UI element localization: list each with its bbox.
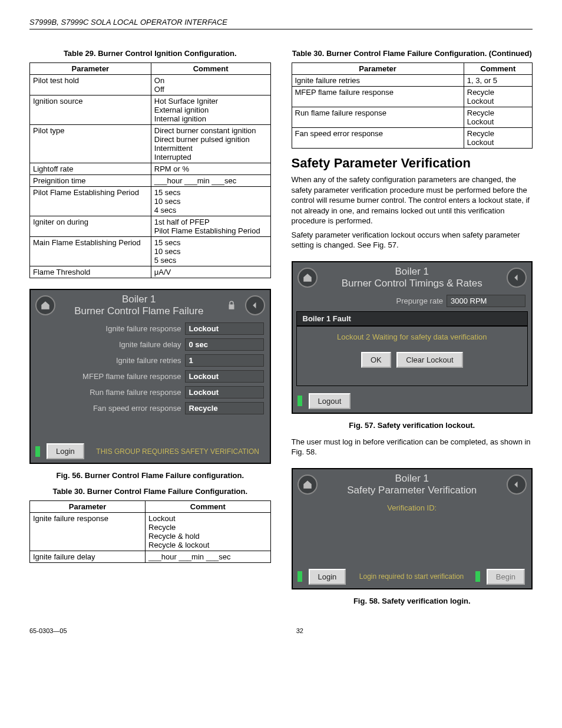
footer-left: 65-0303—05 — [29, 627, 67, 634]
spv-p2: Safety parameter verification lockout oc… — [292, 230, 533, 251]
table29-caption: Table 29. Burner Control Ignition Config… — [29, 49, 271, 58]
marker-icon — [35, 446, 40, 457]
page-header: S7999B, S7999C SOLA LOCAL OPERATOR INTER… — [29, 18, 533, 29]
fig56-caption: Fig. 56. Burner Control Flame Failure co… — [29, 471, 271, 480]
table30b-caption: Table 30. Burner Control Flame Failure C… — [292, 49, 533, 58]
param-label: Ignite failure retries — [37, 356, 185, 365]
fig58-caption: Fig. 58. Safety verification login. — [292, 597, 533, 605]
logout-button[interactable]: Logout — [309, 393, 351, 409]
login-req-msg: Login required to start verification — [352, 572, 470, 581]
table-cell: 15 secs10 secs4 secs — [151, 187, 270, 216]
clear-lockout-button[interactable]: Clear Lockout — [396, 352, 462, 368]
table30a: ParameterComment Ignite failure response… — [29, 500, 271, 563]
home-icon[interactable] — [297, 475, 318, 495]
login-button[interactable]: Login — [309, 569, 346, 585]
table-cell: MFEP flame failure response — [292, 87, 464, 107]
table-cell: 1, 3, or 5 — [464, 75, 532, 87]
table-cell: 1st half of PFEPPilot Flame Establishing… — [151, 216, 270, 237]
begin-button[interactable]: Begin — [487, 569, 525, 585]
table-row: Pilot test holdOnOff — [30, 75, 271, 95]
home-icon[interactable] — [35, 295, 55, 315]
table-cell: Ignite failure response — [30, 513, 146, 551]
table-row: Pilot Flame Establishing Period15 secs10… — [30, 187, 271, 216]
ok-button[interactable]: OK — [361, 352, 391, 368]
login-button[interactable]: Login — [47, 443, 84, 459]
table-cell: Direct burner constant ignitionDirect bu… — [151, 125, 270, 163]
table-cell: LockoutRecycleRecycle & holdRecycle & lo… — [146, 513, 270, 551]
marker-icon — [297, 571, 302, 582]
marker-icon — [475, 571, 480, 582]
table-cell: Pilot type — [30, 125, 151, 163]
lock-icon — [223, 297, 240, 314]
verif-id-label: Verification ID: — [387, 503, 437, 512]
footer-page: 32 — [296, 627, 303, 634]
fault-message: Lockout 2 Waiting for safety data verifi… — [297, 327, 528, 350]
table-cell: Run flame failure response — [292, 107, 464, 128]
safety-msg: THIS GROUP REQUIRES SAFETY VERIFICATION — [91, 447, 265, 456]
table-row: Igniter on during1st half of PFEPPilot F… — [30, 216, 271, 237]
table-row: Ignite failure responseLockoutRecycleRec… — [30, 513, 271, 551]
back-icon[interactable] — [507, 475, 527, 495]
back-icon[interactable] — [507, 268, 527, 288]
param-label: Ignite failure response — [37, 324, 185, 333]
fault-header: Boiler 1 Fault — [296, 311, 528, 326]
table-cell: μA/V — [151, 266, 270, 278]
fig58-panel: Boiler 1Safety Parameter Verification Ve… — [292, 468, 533, 589]
prepurge-label: Prepurge rate — [299, 297, 447, 305]
table-cell: Ignition source — [30, 95, 151, 125]
back-icon[interactable] — [245, 295, 265, 315]
table-row: Ignition sourceHot Surface IgniterExtern… — [30, 95, 271, 125]
table-cell: Pilot test hold — [30, 75, 151, 95]
table-cell: Ignite failure delay — [30, 551, 146, 563]
table-cell: Ignite failure retries — [292, 75, 464, 87]
prepurge-value[interactable]: 3000 RPM — [447, 295, 525, 307]
fig57-panel: Boiler 1Burner Control Timings & Rates P… — [292, 261, 533, 414]
fig57-caption: Fig. 57. Safety verification lockout. — [292, 421, 533, 430]
table-cell: RPM or % — [151, 163, 270, 175]
th-param: Parameter — [30, 501, 146, 513]
param-value[interactable]: Lockout — [185, 322, 264, 335]
param-label: MFEP flame failure response — [37, 372, 185, 381]
table-cell: ___hour ___min ___sec — [146, 551, 270, 563]
th-comment: Comment — [151, 63, 270, 75]
table-cell: Main Flame Establishing Period — [30, 237, 151, 266]
table-cell: Hot Surface IgniterExternal ignitionInte… — [151, 95, 270, 125]
param-label: Run flame failure response — [37, 388, 185, 397]
table-cell: Flame Threshold — [30, 266, 151, 278]
marker-icon — [297, 396, 302, 406]
table-row: MFEP flame failure responseRecycleLockou… — [292, 87, 533, 107]
param-value[interactable]: 1 — [185, 354, 264, 367]
param-label: Ignite failure delay — [37, 340, 185, 349]
param-value[interactable]: 0 sec — [185, 338, 264, 351]
table-cell: OnOff — [151, 75, 270, 95]
th-param: Parameter — [30, 63, 151, 75]
table-cell: Preignition time — [30, 175, 151, 187]
table-cell: RecycleLockout — [464, 107, 532, 128]
param-value[interactable]: Recycle — [185, 402, 264, 414]
table-cell: 15 secs10 secs5 secs — [151, 237, 270, 266]
table-row: Lightoff rateRPM or % — [30, 163, 271, 175]
table-row: Run flame failure responseRecycleLockout — [292, 107, 533, 128]
table29: ParameterComment Pilot test holdOnOffIgn… — [29, 62, 271, 278]
mid-para: The user must log in before verification… — [292, 437, 533, 457]
table-row: Main Flame Establishing Period15 secs10 … — [30, 237, 271, 266]
th-comment: Comment — [464, 63, 532, 75]
fig56-panel: Boiler 1Burner Control Flame Failure Ign… — [29, 289, 271, 464]
home-icon[interactable] — [297, 268, 318, 288]
panel-title: Boiler 1Burner Control Timings & Rates — [322, 266, 503, 289]
table-cell: RecycleLockout — [464, 128, 532, 149]
table30a-caption: Table 30. Burner Control Flame Failure C… — [29, 487, 271, 496]
param-value[interactable]: Lockout — [185, 386, 264, 398]
spv-heading: Safety Parameter Verification — [292, 156, 533, 171]
table-cell: ___hour ___min ___sec — [151, 175, 270, 187]
table-cell: RecycleLockout — [464, 87, 532, 107]
table-cell: Pilot Flame Establishing Period — [30, 187, 151, 216]
panel-title: Boiler 1Safety Parameter Verification — [322, 473, 503, 496]
param-value[interactable]: Lockout — [185, 370, 264, 383]
table-cell: Lightoff rate — [30, 163, 151, 175]
table-row: Fan speed error responseRecycleLockout — [292, 128, 533, 149]
table-row: Pilot typeDirect burner constant ignitio… — [30, 125, 271, 163]
table-row: Ignite failure delay___hour ___min ___se… — [30, 551, 271, 563]
th-comment: Comment — [146, 501, 270, 513]
param-label: Fan speed error response — [37, 404, 185, 413]
